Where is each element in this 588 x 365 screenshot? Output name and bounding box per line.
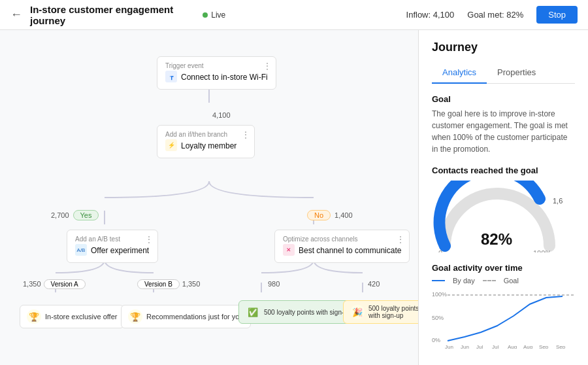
inflow-label: Inflow: 4,100 [406, 10, 455, 20]
live-dot-icon [203, 12, 208, 18]
ab-menu-icon[interactable]: ⋮ [144, 234, 154, 245]
goal-description: The goal here is to improve in-store cus… [432, 108, 575, 155]
offer-2-card: 🏆 Recommendations just for you [121, 305, 251, 328]
no-badge: No [307, 210, 331, 220]
svg-text:Sep: Sep [539, 344, 549, 349]
activity-title: Goal activity over time [432, 263, 575, 273]
offer-icon-2: 🏆 [128, 309, 142, 324]
svg-text:82%: 82% [481, 230, 512, 248]
panel-tabs: Analytics Properties [432, 62, 575, 84]
svg-text:0%: 0% [432, 337, 440, 343]
wifi-icon: ┲ [165, 71, 177, 82]
goal-dash-icon [483, 280, 496, 281]
tab-properties[interactable]: Properties [487, 62, 546, 84]
svg-text:Jul: Jul [476, 344, 483, 349]
version-a-badge: Version A [44, 279, 86, 289]
svg-text:50%: 50% [432, 315, 444, 321]
loyalty-icon-2: 🎉 [350, 305, 365, 319]
back-button[interactable]: ← [10, 8, 22, 22]
svg-text:Jul: Jul [492, 344, 498, 349]
svg-text:100%: 100% [533, 249, 551, 252]
optimize-menu-icon[interactable]: ⋮ [396, 234, 405, 245]
version-a-group: 1,350 Version A [23, 277, 86, 290]
yes-branch: 2,700 Yes [51, 209, 99, 222]
live-badge: Live [203, 10, 225, 20]
offer-icon-1: 🏆 [27, 309, 41, 324]
tab-analytics[interactable]: Analytics [432, 62, 487, 84]
inflow-number: 4,100 [212, 111, 231, 119]
optimize-node: Optimize across channels ✕ Best channel … [274, 230, 410, 263]
panel-title: Journey [432, 41, 575, 54]
svg-text:Sep: Sep [556, 344, 566, 349]
ab-icon: A/B [75, 244, 87, 256]
svg-text:Jun: Jun [461, 344, 469, 349]
opt-num: 980 [268, 280, 280, 288]
trigger-menu-icon[interactable]: ⋮ [263, 61, 272, 71]
trigger-node: Trigger event ┲ Connect to in-store Wi-F… [157, 56, 276, 90]
contacts-title: Contacts reached the goal [432, 165, 575, 175]
svg-text:1,680: 1,680 [553, 197, 563, 205]
branch-icon: ⚡ [165, 139, 177, 151]
branch-node: Add an if/then branch ⚡ Loyalty member ⋮ [157, 125, 255, 158]
chart-legend: By day Goal [432, 277, 575, 285]
offer-1-card: 🏆 In-store exclusive offer [20, 305, 124, 328]
ab-test-node: Add an A/B test A/B Offer experiment ⋮ [67, 230, 158, 263]
no-opt-num: 420 [368, 280, 380, 288]
line-chart: 100% 50% 0% Jun 15 Jun 30 Jul 15 Jul 30 [432, 290, 576, 349]
no-branch: No 1,400 [307, 209, 353, 222]
loyalty-2-card: 🎉 500 loyalty points with sign-up [343, 300, 418, 324]
svg-text:100%: 100% [432, 291, 447, 298]
version-b-group: Version B 1,350 [137, 277, 200, 290]
goal-met-label: Goal met: 82% [467, 10, 523, 20]
svg-text:Aug: Aug [508, 344, 517, 349]
gauge-chart: 0 100% 1,680 82% [432, 181, 563, 252]
stop-button[interactable]: Stop [536, 6, 578, 24]
journey-canvas: Trigger event ┲ Connect to in-store Wi-F… [0, 30, 418, 365]
branch-menu-icon[interactable]: ⋮ [241, 130, 250, 140]
page-title: In-store customer engagement journey [30, 4, 195, 26]
svg-text:Aug: Aug [523, 344, 532, 349]
loyalty-1-card: ✅ 500 loyalty points with sign-up [238, 300, 358, 324]
right-panel: Journey Analytics Properties Goal The go… [418, 30, 588, 365]
yes-badge: Yes [73, 210, 99, 220]
optimize-icon: ✕ [283, 244, 295, 256]
loyalty-icon-1: ✅ [246, 305, 260, 319]
by-day-line-icon [432, 280, 445, 281]
version-b-badge: Version B [137, 279, 180, 289]
svg-text:0: 0 [438, 249, 442, 252]
goal-section-title: Goal [432, 94, 575, 104]
svg-text:Jun: Jun [445, 344, 453, 349]
